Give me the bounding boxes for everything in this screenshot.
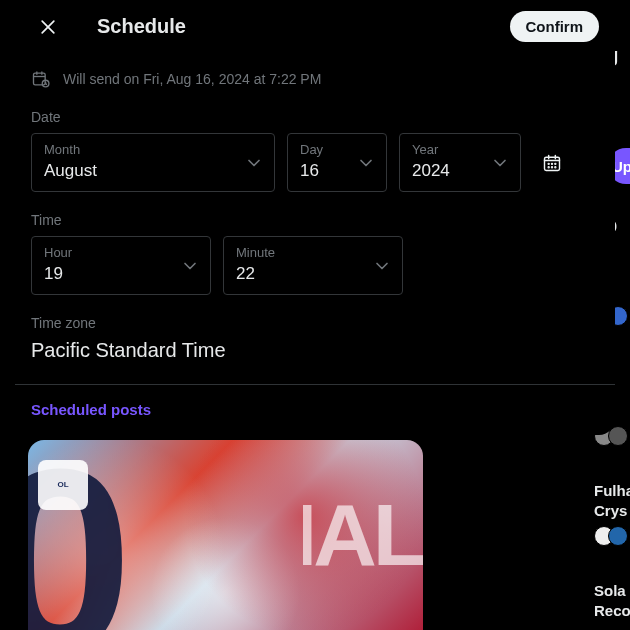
month-label: Month <box>44 142 262 157</box>
calendar-picker-button[interactable] <box>533 133 571 192</box>
date-section-label: Date <box>31 109 599 125</box>
svg-rect-2 <box>34 73 46 85</box>
year-select[interactable]: Year 2024 <box>399 133 521 192</box>
svg-point-18 <box>555 166 556 167</box>
chevron-down-icon <box>244 153 264 173</box>
timezone-block: Time zone Pacific Standard Time <box>31 315 599 362</box>
modal-title: Schedule <box>97 15 510 38</box>
sidebar-item-frag: Reco <box>594 602 630 619</box>
post-image: 0 OL HALF <box>28 440 423 630</box>
svg-line-8 <box>46 84 47 85</box>
timezone-label: Time zone <box>31 315 599 331</box>
svg-point-14 <box>552 163 553 164</box>
chevron-down-icon <box>372 256 392 276</box>
close-icon <box>38 17 58 37</box>
calendar-icon <box>542 153 562 173</box>
svg-point-16 <box>548 166 549 167</box>
scheduled-send-icon <box>31 69 51 89</box>
schedule-modal: Schedule Confirm Will send on Fri, Aug 1… <box>15 0 615 435</box>
sidebar-item-frag: Crys <box>594 502 630 519</box>
confirm-button[interactable]: Confirm <box>510 11 600 42</box>
modal-header: Schedule Confirm <box>15 0 615 53</box>
chevron-down-icon <box>490 153 510 173</box>
close-button[interactable] <box>31 10 65 44</box>
modal-footer: Scheduled posts <box>15 384 615 435</box>
minute-label: Minute <box>236 245 390 260</box>
sidebar-item-frag[interactable]: Sola <box>594 582 630 599</box>
day-select[interactable]: Day 16 <box>287 133 387 192</box>
time-row: Hour 19 Minute 22 <box>31 236 599 295</box>
chevron-down-icon <box>356 153 376 173</box>
send-info-row: Will send on Fri, Aug 16, 2024 at 7:22 P… <box>31 69 599 89</box>
month-select[interactable]: Month August <box>31 133 275 192</box>
halftime-text: HALF <box>303 440 423 630</box>
sidebar-item-frag[interactable]: Fulha <box>594 482 630 499</box>
minute-select[interactable]: Minute 22 <box>223 236 403 295</box>
svg-point-17 <box>552 166 553 167</box>
team-badge: OL <box>38 460 88 510</box>
hour-label: Hour <box>44 245 198 260</box>
svg-point-13 <box>548 163 549 164</box>
month-value: August <box>44 161 262 181</box>
hour-value: 19 <box>44 264 198 284</box>
time-section-label: Time <box>31 212 599 228</box>
date-row: Month August Day 16 Year 2024 <box>31 133 599 192</box>
scheduled-posts-link[interactable]: Scheduled posts <box>31 401 151 418</box>
send-info-text: Will send on Fri, Aug 16, 2024 at 7:22 P… <box>63 71 321 87</box>
chevron-down-icon <box>180 256 200 276</box>
hour-select[interactable]: Hour 19 <box>31 236 211 295</box>
avatar <box>608 526 628 546</box>
svg-point-15 <box>555 163 556 164</box>
timezone-value: Pacific Standard Time <box>31 339 599 362</box>
minute-value: 22 <box>236 264 390 284</box>
